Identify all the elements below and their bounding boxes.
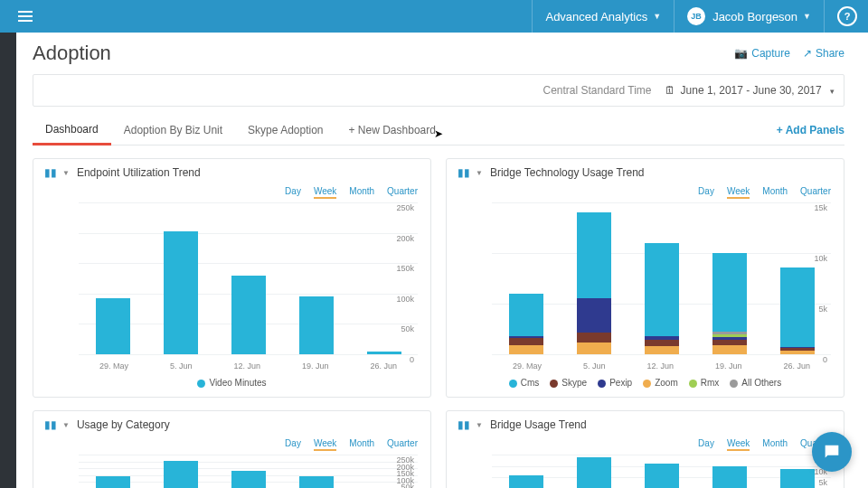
chat-icon <box>822 442 842 462</box>
caret-down-icon[interactable]: ▼ <box>62 169 70 177</box>
legend: CmsSkypePexipZoomRmxAll Others <box>447 374 844 397</box>
chevron-down-icon: ▼ <box>653 12 661 21</box>
panel-title: Endpoint Utilization Trend <box>77 166 201 179</box>
chart-icon: ▮▮ <box>458 418 470 431</box>
time-selector: DayWeekMonthQuarter <box>33 186 430 202</box>
time-week[interactable]: Week <box>727 438 750 451</box>
help-icon: ? <box>837 6 857 26</box>
time-selector: DayWeekMonthQuarter <box>447 186 844 202</box>
date-range-bar: Central Standard Time 🗓 June 1, 2017 - J… <box>33 74 844 107</box>
panel-title: Usage by Category <box>77 418 170 431</box>
panel-bridge-technology: ▮▮▼Bridge Technology Usage Trend DayWeek… <box>446 158 844 398</box>
user-name-label: Jacob Borgeson <box>712 10 797 23</box>
panel-bridge-usage: ▮▮▼Bridge Usage Trend DayWeekMonthQuarte… <box>446 410 844 488</box>
caret-down-icon[interactable]: ▼ <box>62 421 70 429</box>
collapsed-sidebar[interactable] <box>0 33 16 488</box>
chart-bridge-usage: 05k10k15k29. May5. Jun12. Jun19. Jun26. … <box>459 455 831 488</box>
time-week[interactable]: Week <box>314 186 336 199</box>
panel-endpoint-utilization: ▮▮▼Endpoint Utilization Trend DayWeekMon… <box>33 158 431 398</box>
help-button[interactable]: ? <box>824 0 857 33</box>
avatar: JB <box>687 7 705 25</box>
tab-new-dashboard[interactable]: + New Dashboard <box>336 117 448 144</box>
time-day[interactable]: Day <box>698 438 714 451</box>
page: Adoption 📷Capture ↗Share Central Standar… <box>16 33 861 488</box>
page-title: Adoption <box>33 42 111 65</box>
chart-usage-by-category: 050k100k150k200k250k29. May5. Jun12. Jun… <box>46 455 418 488</box>
time-day[interactable]: Day <box>698 186 714 199</box>
chevron-down-icon: ▼ <box>803 12 811 21</box>
time-week[interactable]: Week <box>727 186 750 199</box>
time-day[interactable]: Day <box>285 438 301 451</box>
time-month[interactable]: Month <box>349 438 374 451</box>
time-selector: DayWeekMonthQuarter <box>447 438 844 455</box>
topbar: Advanced Analytics▼ JB Jacob Borgeson▼ ? <box>0 0 868 33</box>
calendar-icon: 🗓 <box>665 84 675 97</box>
nav-dropdown[interactable]: Advanced Analytics▼ <box>532 0 674 33</box>
time-day[interactable]: Day <box>285 186 301 199</box>
share-icon: ↗ <box>803 47 812 60</box>
time-week[interactable]: Week <box>314 438 336 451</box>
caret-down-icon: ▾ <box>830 87 835 96</box>
chart-bridge-technology: 05k10k15k29. May5. Jun12. Jun19. Jun26. … <box>459 202 831 374</box>
chart-icon: ▮▮ <box>458 166 470 179</box>
hamburger-button[interactable] <box>11 5 40 28</box>
caret-down-icon[interactable]: ▼ <box>476 169 483 177</box>
time-quarter[interactable]: Quarter <box>387 438 418 451</box>
tabs: Dashboard Adoption By Biz Unit Skype Ado… <box>33 116 844 145</box>
time-month[interactable]: Month <box>762 438 788 451</box>
chat-button[interactable] <box>812 432 852 472</box>
nav-dropdown-label: Advanced Analytics <box>545 10 647 23</box>
tab-adoption-by-biz-unit[interactable]: Adoption By Biz Unit <box>111 117 235 144</box>
capture-button[interactable]: 📷Capture <box>734 47 790 60</box>
date-range-picker[interactable]: June 1, 2017 - June 30, 2017 ▾ <box>681 84 835 97</box>
time-month[interactable]: Month <box>762 186 788 199</box>
panel-usage-by-category: ▮▮▼Usage by Category DayWeekMonthQuarter… <box>33 410 431 488</box>
add-panels-button[interactable]: + Add Panels <box>777 117 844 144</box>
titlebar: Adoption 📷Capture ↗Share <box>16 33 861 74</box>
share-button[interactable]: ↗Share <box>803 47 844 60</box>
chart-icon: ▮▮ <box>44 418 57 431</box>
time-quarter[interactable]: Quarter <box>387 186 418 199</box>
tab-dashboard[interactable]: Dashboard <box>33 116 111 145</box>
user-menu[interactable]: JB Jacob Borgeson▼ <box>674 0 824 33</box>
tab-skype-adoption[interactable]: Skype Adoption <box>235 117 335 144</box>
time-month[interactable]: Month <box>349 186 374 199</box>
caret-down-icon[interactable]: ▼ <box>476 421 483 429</box>
legend: Video Minutes <box>33 374 430 397</box>
timezone-label: Central Standard Time <box>542 84 651 97</box>
time-selector: DayWeekMonthQuarter <box>33 438 430 455</box>
panel-title: Bridge Usage Trend <box>490 418 587 431</box>
chart-endpoint-utilization: 050k100k150k200k250k29. May5. Jun12. Jun… <box>46 202 418 374</box>
panel-title: Bridge Technology Usage Trend <box>490 166 645 179</box>
time-quarter[interactable]: Quarter <box>800 186 831 199</box>
camera-icon: 📷 <box>734 47 748 60</box>
chart-icon: ▮▮ <box>44 166 57 179</box>
